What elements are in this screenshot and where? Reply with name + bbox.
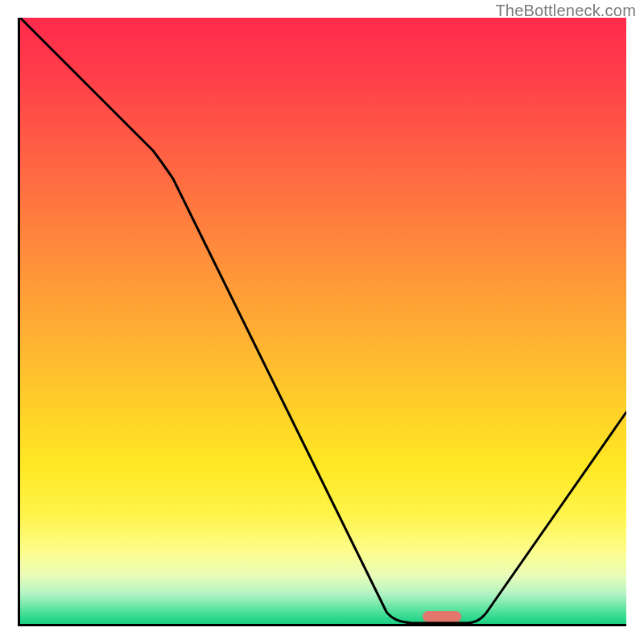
bottleneck-curve-path <box>20 18 626 623</box>
plot-area <box>18 18 626 626</box>
chart-container: TheBottleneck.com <box>0 0 644 644</box>
curve-svg <box>20 18 626 624</box>
